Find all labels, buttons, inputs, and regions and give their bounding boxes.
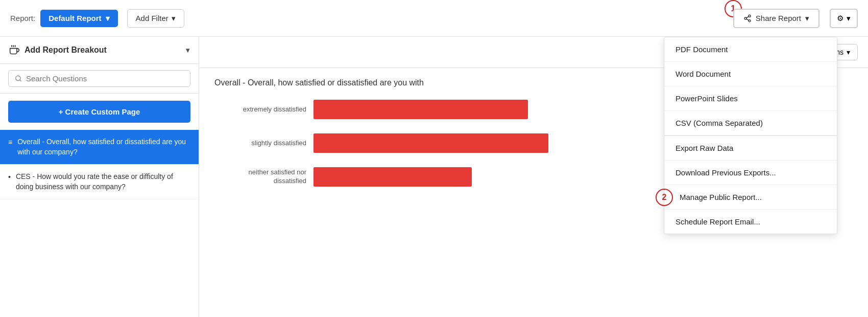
list-icon: ≡ — [8, 138, 12, 146]
dropdown-item-label: PowerPoint Slides — [676, 94, 738, 103]
header: Report: Default Report ▾ Add Filter ▾ 1 … — [0, 0, 868, 37]
dropdown-item-label: Download Previous Exports... — [676, 168, 776, 177]
dropdown-item-label: Manage Public Report... — [680, 193, 762, 201]
share-report-label: Share Report — [756, 14, 801, 22]
dropdown-item-schedule-email[interactable]: Schedule Report Email... — [664, 210, 837, 234]
bar-label-1: extremely dissatisfied — [214, 105, 306, 114]
add-filter-label: Add Filter — [136, 14, 168, 22]
sidebar-item-overall[interactable]: ≡ Overall - Overall, how satisfied or di… — [0, 130, 199, 165]
sidebar: Add Report Breakout ▾ + Create Custom Pa… — [0, 37, 199, 317]
gear-chevron: ▾ — [847, 14, 851, 23]
dropdown-item-label: Schedule Report Email... — [676, 217, 760, 226]
step-badge-2: 2 — [656, 189, 673, 206]
dropdown-item-manage-public[interactable]: 2 Manage Public Report... — [664, 185, 837, 210]
chevron-down-icon: ▾ — [805, 14, 809, 23]
bar-2 — [314, 133, 548, 153]
main-content: Options ▾ Overall - Overall, how satisfi… — [199, 37, 868, 317]
report-label: Report: — [10, 14, 35, 22]
sidebar-items: ≡ Overall - Overall, how satisfied or di… — [0, 130, 199, 317]
dropdown-item-csv[interactable]: CSV (Comma Separated) — [664, 111, 837, 135]
dropdown-item-label: CSV (Comma Separated) — [676, 119, 763, 127]
dropdown-item-pdf[interactable]: PDF Document — [664, 37, 837, 62]
bar-1 — [314, 100, 528, 119]
default-report-button[interactable]: Default Report ▾ — [40, 10, 117, 27]
create-custom-page-button[interactable]: + Create Custom Page — [8, 101, 190, 123]
list-icon: • — [8, 173, 11, 181]
bar-label-3: neither satisfied nor dissatisfied — [214, 168, 306, 186]
breakout-icon — [9, 45, 19, 55]
settings-button[interactable]: ⚙ ▾ — [830, 9, 858, 28]
default-report-label: Default Report — [49, 14, 101, 22]
dropdown-item-label: Export Raw Data — [676, 144, 733, 152]
main-layout: Add Report Breakout ▾ + Create Custom Pa… — [0, 37, 868, 317]
svg-line-3 — [746, 19, 749, 20]
dropdown-item-powerpoint[interactable]: PowerPoint Slides — [664, 86, 837, 111]
share-icon — [743, 14, 752, 22]
search-input[interactable] — [26, 74, 184, 83]
bar-label-2: slightly dissatisfied — [214, 139, 306, 148]
gear-icon: ⚙ — [837, 14, 843, 23]
dropdown-item-label: PDF Document — [676, 45, 728, 54]
share-report-dropdown: PDF Document Word Document PowerPoint Sl… — [664, 37, 837, 234]
dropdown-item-download-previous[interactable]: Download Previous Exports... — [664, 161, 837, 185]
add-report-breakout-row[interactable]: Add Report Breakout ▾ — [0, 37, 199, 64]
dropdown-item-label: Word Document — [676, 70, 731, 78]
chevron-down-icon: ▾ — [186, 46, 189, 54]
sidebar-item-label: Overall - Overall, how satisfied or diss… — [17, 137, 190, 157]
search-row — [0, 64, 199, 94]
chevron-down-icon: ▾ — [106, 14, 110, 23]
create-custom-label: + Create Custom Page — [59, 107, 140, 116]
search-input-wrap[interactable] — [8, 70, 190, 87]
search-icon — [15, 75, 22, 82]
svg-line-9 — [20, 80, 21, 81]
dropdown-item-word[interactable]: Word Document — [664, 62, 837, 86]
svg-line-4 — [746, 16, 749, 18]
chevron-down-icon: ▾ — [847, 48, 850, 56]
sidebar-item-label: CES - How would you rate the ease or dif… — [16, 172, 190, 192]
bar-3 — [314, 167, 472, 187]
dropdown-item-export-raw[interactable]: Export Raw Data — [664, 135, 837, 161]
share-report-button[interactable]: Share Report ▾ — [733, 9, 819, 28]
chevron-down-icon: ▾ — [172, 14, 176, 23]
sidebar-item-ces[interactable]: • CES - How would you rate the ease or d… — [0, 165, 199, 199]
add-filter-button[interactable]: Add Filter ▾ — [127, 9, 184, 28]
breakout-label: Add Report Breakout — [25, 46, 107, 55]
